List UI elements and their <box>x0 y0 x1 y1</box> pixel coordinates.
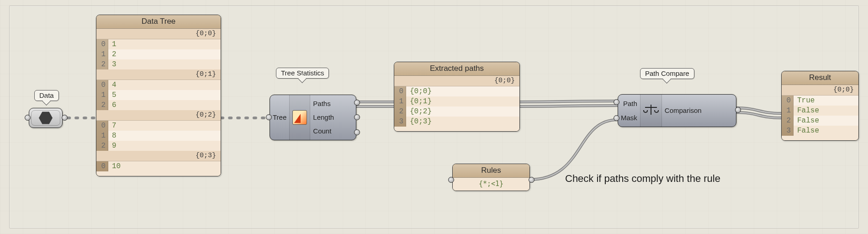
branch-path-header: {0;1} <box>96 69 221 80</box>
tree-statistics-label: Tree Statistics <box>276 68 329 79</box>
comparison-output-port[interactable]: Comparison <box>665 105 702 116</box>
path-input-port[interactable]: Path <box>621 98 637 109</box>
branch-path-header: {0;3} <box>96 151 221 161</box>
rules-panel[interactable]: Rules {*;<1} <box>452 164 530 191</box>
list-item: 010 <box>96 161 221 171</box>
branch-path-header: {0;0} <box>96 29 221 39</box>
data-param-node[interactable] <box>29 108 63 128</box>
path-compare-label: Path Compare <box>640 68 694 79</box>
list-item: 01 <box>96 39 221 49</box>
result-panel[interactable]: Result {0;0} 0True1False2False3False <box>781 71 859 141</box>
paths-output-port[interactable]: Paths <box>313 98 334 109</box>
list-item: 3False <box>782 126 858 136</box>
mask-input-port[interactable]: Mask <box>621 112 637 123</box>
panel-title: Data Tree <box>96 15 221 29</box>
list-item: 0{0;0} <box>394 86 519 96</box>
branch-path-header: {0;0} <box>394 76 519 86</box>
branch-path-header: {0;0} <box>782 85 858 96</box>
scales-icon <box>643 104 659 117</box>
list-item: 12 <box>96 49 221 59</box>
extracted-paths-panel[interactable]: Extracted paths {0;0} 0{0;0}1{0;1}2{0;2}… <box>394 62 520 132</box>
data-label: Data <box>34 90 59 101</box>
list-item: 2{0;2} <box>394 106 519 117</box>
list-item: 29 <box>96 141 221 151</box>
panel-title: Rules <box>453 164 529 178</box>
list-item: 26 <box>96 100 221 110</box>
tree-statistics-component[interactable]: Tree Paths Length Count <box>270 95 356 140</box>
list-item: 18 <box>96 131 221 141</box>
list-item: 0True <box>782 96 858 106</box>
path-compare-component[interactable]: Path Mask Comparison <box>618 94 736 127</box>
list-item: 07 <box>96 121 221 131</box>
panel-title: Result <box>782 71 858 85</box>
length-output-port[interactable]: Length <box>313 112 334 123</box>
count-output-port[interactable]: Count <box>313 126 334 137</box>
list-item: 04 <box>96 80 221 90</box>
branch-path-header: {0;2} <box>96 110 221 121</box>
list-item: 1False <box>782 106 858 116</box>
data-tree-panel[interactable]: Data Tree {0;0}011223{0;1}041526{0;2}071… <box>96 15 221 176</box>
list-item: 1{0;1} <box>394 96 519 106</box>
annotation-text: Check if paths comply with the rule <box>565 173 720 185</box>
rules-value: {*;<1} <box>453 178 529 191</box>
list-item: 23 <box>96 59 221 69</box>
list-item: 15 <box>96 90 221 100</box>
tree-input-port[interactable]: Tree <box>273 112 286 123</box>
panel-title: Extracted paths <box>394 62 519 76</box>
list-item: 2False <box>782 116 858 126</box>
tree-statistics-icon <box>292 110 307 125</box>
list-item: 3{0;3} <box>394 117 519 127</box>
